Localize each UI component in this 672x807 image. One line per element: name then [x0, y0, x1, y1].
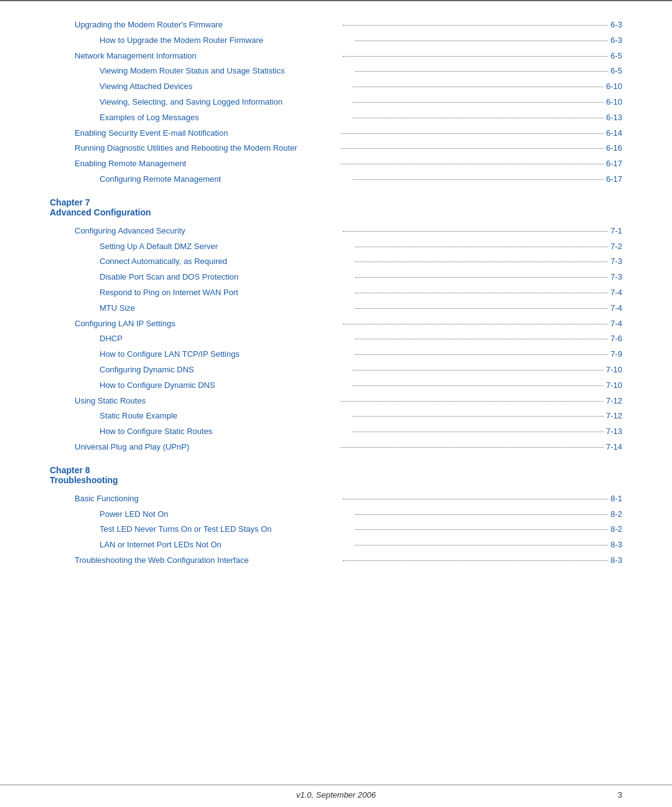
toc-entry-text[interactable]: How to Configure Static Routes [100, 425, 350, 438]
toc-entry: Using Static Routes7-12 [50, 395, 622, 408]
toc-entry: Configuring Advanced Security7-1 [50, 225, 622, 238]
toc-page-number: 7-4 [610, 318, 622, 331]
toc-entry: Configuring Remote Management6-17 [50, 173, 622, 186]
toc-dots [340, 148, 604, 149]
toc-entry: Viewing Modem Router Status and Usage St… [50, 65, 622, 78]
toc-entry-text[interactable]: Test LED Never Turns On or Test LED Stay… [100, 523, 353, 536]
toc-entry-text[interactable]: Upgrading the Modem Router's Firmware [75, 19, 340, 32]
toc-dots [355, 545, 609, 545]
toc-page-number: 6-14 [606, 127, 622, 140]
toc-entry-text[interactable]: Basic Functioning [75, 493, 340, 506]
footer: v1.0, September 2006 3 [0, 785, 672, 807]
toc-page-number: 8-2 [610, 523, 622, 536]
toc-entry-text[interactable]: Configuring Advanced Security [75, 225, 340, 238]
toc-dots [355, 71, 609, 72]
toc-page-number: 7-10 [606, 379, 622, 392]
toc-entry: Viewing, Selecting, and Saving Logged In… [50, 96, 622, 109]
toc-entry-text[interactable]: Respond to Ping on Internet WAN Port [100, 286, 353, 300]
toc-entry-text[interactable]: Using Static Routes [75, 395, 338, 408]
page: Upgrading the Modem Router's Firmware6-3… [0, 0, 672, 807]
footer-page-number: 3 [604, 790, 622, 800]
toc-entry-text[interactable]: Troubleshooting the Web Configuration In… [75, 554, 340, 567]
toc-entry: Connect Automatically, as Required7-3 [50, 255, 622, 268]
toc-page-number: 7-12 [606, 410, 622, 423]
toc-dots [343, 56, 609, 57]
toc-entry: Respond to Ping on Internet WAN Port7-4 [50, 286, 622, 300]
toc-entry: Network Management Information6-5 [50, 50, 622, 63]
content-area: Upgrading the Modem Router's Firmware6-3… [0, 1, 672, 785]
toc-page-number: 6-5 [610, 65, 622, 78]
toc-entry: Static Route Example7-12 [50, 410, 622, 423]
toc-page-number: 8-3 [610, 539, 622, 552]
chapter7-heading: Chapter 7 Advanced Configuration [50, 197, 622, 217]
toc-entry-text[interactable]: DHCP [100, 333, 353, 346]
toc-dots [343, 231, 609, 232]
toc-page-number: 7-2 [610, 240, 622, 253]
toc-dots [353, 87, 604, 87]
toc-entry: Power LED Not On8-2 [50, 508, 622, 521]
toc-page-number: 7-12 [606, 395, 622, 408]
toc-entry: Configuring LAN IP Settings7-4 [50, 318, 622, 331]
toc-entry: Test LED Never Turns On or Test LED Stay… [50, 523, 622, 536]
toc-entry-text[interactable]: Configuring Dynamic DNS [100, 364, 350, 377]
toc-page-number: 8-2 [610, 508, 622, 521]
toc-entry-text[interactable]: Examples of Log Messages [100, 111, 350, 125]
toc-entry-text[interactable]: Setting Up A Default DMZ Server [100, 240, 353, 253]
toc-entry-text[interactable]: How to Configure Dynamic DNS [100, 379, 350, 392]
toc-page-number: 7-13 [606, 425, 622, 438]
toc-dots [343, 560, 609, 561]
toc-dots [353, 370, 604, 370]
toc-dots [355, 514, 609, 515]
toc-entry-text[interactable]: Viewing Modem Router Status and Usage St… [100, 65, 353, 78]
toc-entry-text[interactable]: How to Upgrade the Modem Router Firmware [100, 34, 353, 47]
toc-entry-text[interactable]: Viewing Attached Devices [100, 80, 350, 93]
toc-dots [355, 293, 609, 293]
toc-page-number: 7-3 [610, 271, 622, 284]
toc-page-number: 7-14 [606, 441, 622, 454]
toc-entry-text[interactable]: How to Configure LAN TCP/IP Settings [100, 348, 353, 361]
chapter8-heading: Chapter 8 Troubleshooting [50, 465, 622, 485]
toc-entry-text[interactable]: Configuring Remote Management [100, 173, 350, 186]
chapter7-entries: Configuring Advanced Security7-1Setting … [50, 225, 622, 454]
toc-entry-text[interactable]: LAN or Internet Port LEDs Not On [100, 539, 353, 552]
toc-entry: LAN or Internet Port LEDs Not On8-3 [50, 539, 622, 552]
toc-entry-text[interactable]: Configuring LAN IP Settings [75, 318, 340, 331]
toc-dots [340, 133, 604, 134]
toc-entry-text[interactable]: Enabling Security Event E-mail Notificat… [75, 127, 338, 140]
toc-entry-text[interactable]: Power LED Not On [100, 508, 353, 521]
toc-entry-text[interactable]: Disable Port Scan and DOS Protection [100, 271, 353, 284]
toc-dots [340, 447, 604, 448]
toc-entry: Disable Port Scan and DOS Protection7-3 [50, 271, 622, 284]
toc-entry: Upgrading the Modem Router's Firmware6-3 [50, 19, 622, 32]
toc-entry: Configuring Dynamic DNS7-10 [50, 364, 622, 377]
toc-dots [353, 179, 604, 180]
toc-dots [353, 118, 604, 118]
toc-page-number: 8-1 [610, 493, 622, 506]
toc-entry-text[interactable]: Static Route Example [100, 410, 350, 423]
toc-dots [343, 25, 609, 26]
toc-page-number: 7-4 [610, 286, 622, 300]
toc-page-number: 6-16 [606, 142, 622, 155]
toc-dots [355, 308, 609, 309]
toc-entry-text[interactable]: Universal Plug and Play (UPnP) [75, 441, 338, 454]
toc-entry: How to Configure LAN TCP/IP Settings7-9 [50, 348, 622, 361]
toc-entry-text[interactable]: MTU Size [100, 302, 353, 315]
toc-dots [355, 339, 609, 339]
toc-page-number: 7-6 [610, 333, 622, 346]
toc-page-number: 7-10 [606, 364, 622, 377]
toc-entry-text[interactable]: Running Diagnostic Utilities and Rebooti… [75, 142, 338, 155]
toc-page-number: 6-13 [606, 111, 622, 125]
toc-entry: DHCP7-6 [50, 333, 622, 346]
toc-page-number: 7-9 [610, 348, 622, 361]
toc-page-number: 6-10 [606, 80, 622, 93]
toc-dots [353, 102, 604, 103]
toc-entry-text[interactable]: Connect Automatically, as Required [100, 255, 353, 268]
toc-entry-text[interactable]: Viewing, Selecting, and Saving Logged In… [100, 96, 350, 109]
toc-entry-text[interactable]: Network Management Information [75, 50, 340, 63]
toc-entry: Viewing Attached Devices6-10 [50, 80, 622, 93]
toc-page-number: 7-1 [610, 225, 622, 238]
toc-entry-text[interactable]: Enabling Remote Management [75, 158, 338, 171]
toc-dots [340, 401, 604, 402]
chapter7-title: Advanced Configuration [50, 207, 622, 217]
chapter8-number: Chapter 8 [50, 465, 622, 475]
